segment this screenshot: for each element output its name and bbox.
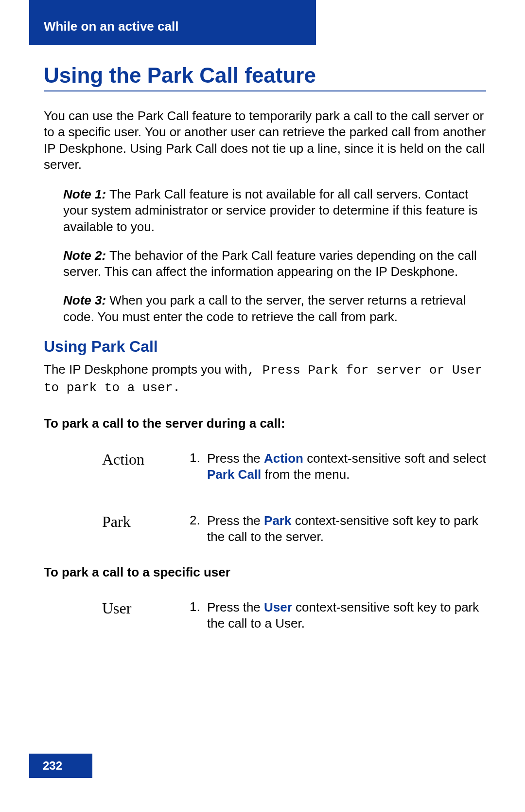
softkey-label-action: Action xyxy=(44,451,190,469)
note-1-text: The Park Call feature is not available f… xyxy=(63,187,478,234)
page-number-tab: 232 xyxy=(29,754,92,778)
prompt-lead: The IP Deskphone prompts you with xyxy=(44,362,247,377)
note-2-text: The behavior of the Park Call feature va… xyxy=(63,248,477,279)
step-body: 1. Press the User context-sensitive soft… xyxy=(190,599,486,632)
step-text-pre: Press the xyxy=(207,600,264,614)
step-number: 2. xyxy=(190,513,207,545)
softkey-label-park: Park xyxy=(44,513,190,531)
note-1: Note 1: The Park Call feature is not ava… xyxy=(63,186,486,235)
notes-block: Note 1: The Park Call feature is not ava… xyxy=(63,186,486,325)
keyword-park-call: Park Call xyxy=(207,467,261,482)
step-text-mid: context-sensitive soft and select xyxy=(303,451,486,466)
steps-server: Action 1. Press the Action context-sensi… xyxy=(44,451,486,545)
step-text-post: from the menu. xyxy=(261,467,350,482)
step-text: Press the Park context-sensitive soft ke… xyxy=(207,513,486,545)
note-1-label: Note 1: xyxy=(63,187,106,201)
page: While on an active call Using the Park C… xyxy=(0,0,525,812)
content-area: Using the Park Call feature You can use … xyxy=(44,58,486,632)
step-text: Press the User context-sensitive soft ke… xyxy=(207,599,486,632)
page-title: Using the Park Call feature xyxy=(44,63,486,91)
keyword-action: Action xyxy=(264,451,303,466)
note-2: Note 2: The behavior of the Park Call fe… xyxy=(63,248,486,280)
softkey-label-user: User xyxy=(44,599,190,617)
page-number: 232 xyxy=(43,759,62,773)
steps-user: User 1. Press the User context-sensitive… xyxy=(44,599,486,632)
step-body: 2. Press the Park context-sensitive soft… xyxy=(190,513,486,545)
intro-paragraph: You can use the Park Call feature to tem… xyxy=(44,108,486,173)
keyword-park: Park xyxy=(264,513,291,528)
keyword-user: User xyxy=(264,600,292,614)
note-2-label: Note 2: xyxy=(63,248,106,263)
step-text-pre: Press the xyxy=(207,513,264,528)
step-body: 1. Press the Action context-sensitive so… xyxy=(190,451,486,483)
section-header-text: While on an active call xyxy=(44,19,178,34)
step-row: User 1. Press the User context-sensitive… xyxy=(44,599,486,632)
step-text-pre: Press the xyxy=(207,451,264,466)
step-text: Press the Action context-sensitive soft … xyxy=(207,451,486,483)
note-3-text: When you park a call to the server, the … xyxy=(63,293,466,324)
section-header-bar: While on an active call xyxy=(29,0,316,45)
task-heading-server: To park a call to the server during a ca… xyxy=(44,416,486,431)
step-row: Park 2. Press the Park context-sensitive… xyxy=(44,513,486,545)
note-3: Note 3: When you park a call to the serv… xyxy=(63,292,486,325)
note-3-label: Note 3: xyxy=(63,293,106,307)
step-row: Action 1. Press the Action context-sensi… xyxy=(44,451,486,483)
step-number: 1. xyxy=(190,451,207,483)
task-heading-user: To park a call to a specific user xyxy=(44,565,486,580)
subheading-using-park-call: Using Park Call xyxy=(44,338,486,356)
step-number: 1. xyxy=(190,599,207,632)
prompt-line: The IP Deskphone prompts you with, Press… xyxy=(44,361,486,397)
